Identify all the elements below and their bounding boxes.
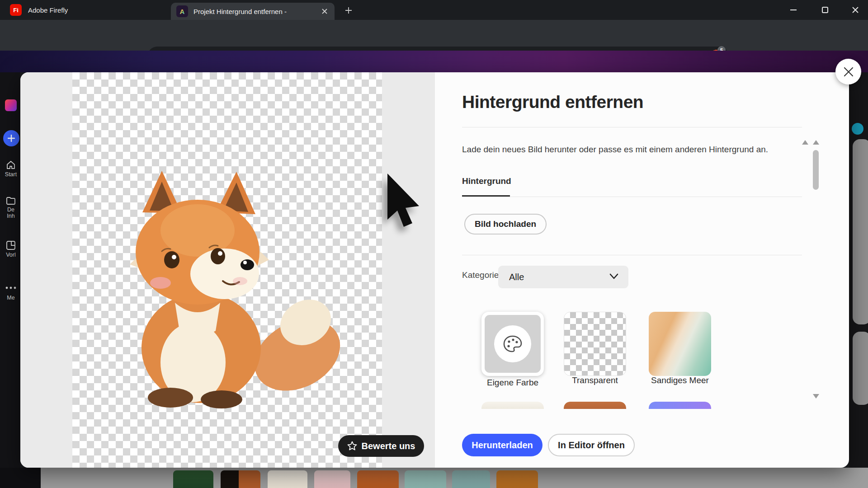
- browser-toolbar: express.adobe.com/home/tools/remove-back…: [0, 20, 868, 51]
- sidebar-item-your-content[interactable]: De Inh: [0, 196, 20, 219]
- dialog-close-button[interactable]: [835, 59, 861, 84]
- template-thumb: [314, 470, 350, 488]
- swatch-custom-color[interactable]: [481, 312, 544, 376]
- more-dots-icon: [5, 286, 17, 290]
- scrollbar-thumb[interactable]: [813, 150, 819, 190]
- adobe-express-favicon: A: [176, 5, 188, 17]
- swatch-label: Eigene Farbe: [481, 378, 544, 388]
- template-thumb: [496, 470, 538, 488]
- tab-bar: Fi Adobe Firefly A Projekt Hintergrund e…: [0, 0, 868, 20]
- browser-window: Fi Adobe Firefly A Projekt Hintergrund e…: [0, 0, 868, 488]
- template-thumb: [405, 470, 446, 488]
- tab-active-project[interactable]: A Projekt Hintergrund entfernen -: [171, 3, 335, 20]
- svg-text:A: A: [180, 8, 185, 15]
- chevron-down-icon: [609, 273, 618, 280]
- star-icon: [347, 441, 357, 451]
- page-panel-fragment: [853, 139, 868, 324]
- scroll-up-icon[interactable]: [802, 140, 808, 145]
- firefly-favicon: Fi: [10, 4, 22, 16]
- remove-background-dialog: Bewerte uns Hintergrund entfernen Lade d…: [20, 72, 849, 468]
- new-tab-button[interactable]: [343, 5, 354, 16]
- folder-icon: [6, 196, 16, 205]
- dialog-description: Lade dein neues Bild herunter oder passe…: [462, 145, 768, 155]
- category-dropdown[interactable]: Alle: [498, 266, 628, 288]
- fox-image: [88, 167, 350, 420]
- swatch-sandy-sea[interactable]: [649, 312, 711, 376]
- scroll-up-icon[interactable]: [813, 140, 819, 145]
- tab-adobe-firefly[interactable]: Fi Adobe Firefly: [0, 0, 170, 20]
- open-in-editor-button[interactable]: In Editor öffnen: [548, 434, 635, 456]
- sidebar-item-home[interactable]: Start: [0, 160, 20, 178]
- template-thumb: [452, 470, 490, 488]
- express-sidebar: Start De Inh Vorl Me: [0, 72, 20, 468]
- swatch-transparent[interactable]: [564, 312, 626, 376]
- rate-us-button[interactable]: Bewerte uns: [338, 435, 424, 457]
- page-bottom-templates: [0, 468, 868, 488]
- avatar: [852, 123, 863, 135]
- page-right-edge: [849, 72, 868, 468]
- swatch-label: Sandiges Meer: [649, 375, 711, 385]
- swatch-label: Transparent: [564, 375, 626, 385]
- template-thumb: [221, 470, 260, 488]
- template-thumb: [173, 470, 213, 488]
- tab-divider: [462, 197, 802, 197]
- tab-hintergrund[interactable]: Hintergrund: [462, 176, 511, 186]
- page-panel-fragment: [853, 332, 868, 405]
- transparency-checkerboard: [72, 72, 382, 468]
- divider: [462, 255, 802, 255]
- page-dark-block: [0, 468, 41, 488]
- dialog-title: Hintergrund entfernen: [462, 92, 643, 112]
- sidebar-item-more[interactable]: Me: [0, 285, 20, 301]
- palette-icon: [503, 335, 523, 353]
- close-icon: [844, 67, 854, 77]
- express-logo: [5, 99, 17, 111]
- upload-image-button[interactable]: Bild hochladen: [464, 214, 547, 235]
- scroll-down-icon[interactable]: [813, 394, 819, 399]
- download-button[interactable]: Herunterladen: [462, 434, 542, 456]
- home-icon: [6, 160, 16, 170]
- window-close-button[interactable]: [845, 3, 865, 17]
- swatch-partial[interactable]: [564, 402, 626, 409]
- mouse-cursor: [385, 173, 424, 231]
- adobe-apps-strip: Fi A Ps Lr St f: [0, 51, 868, 72]
- new-project-button[interactable]: [3, 130, 19, 146]
- window-maximize-button[interactable]: [815, 3, 835, 17]
- divider: [462, 127, 802, 127]
- template-thumb: [268, 470, 307, 488]
- category-value: Alle: [509, 272, 524, 282]
- image-preview-panel: Bewerte uns: [20, 72, 435, 468]
- swatch-partial[interactable]: [649, 402, 711, 409]
- tab-title: Projekt Hintergrund entfernen -: [193, 8, 307, 15]
- tab-label: Adobe Firefly: [28, 6, 68, 14]
- category-label: Kategorie: [462, 270, 499, 280]
- swatch-partial[interactable]: [481, 402, 544, 409]
- templates-icon: [6, 240, 16, 250]
- sidebar-item-templates[interactable]: Vorl: [0, 240, 20, 258]
- template-thumb: [357, 470, 399, 488]
- window-minimize-button[interactable]: [783, 3, 803, 17]
- tab-close-icon[interactable]: [320, 7, 329, 16]
